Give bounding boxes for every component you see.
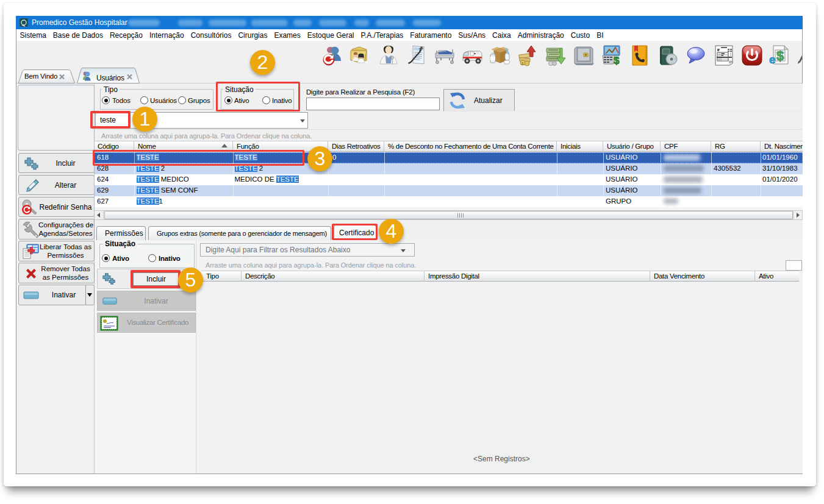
- svg-text:$: $: [614, 55, 620, 66]
- svg-text:e: e: [769, 53, 776, 66]
- svg-text:$: $: [776, 48, 784, 63]
